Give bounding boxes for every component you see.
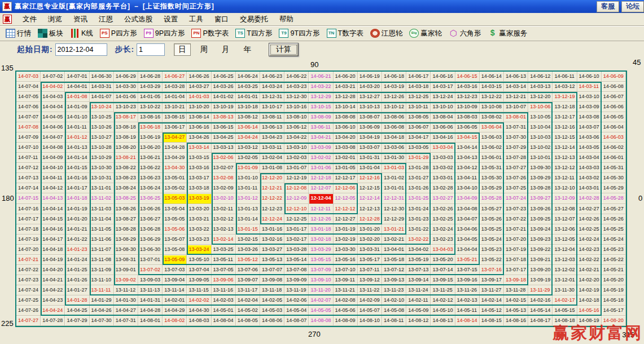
period-button-年[interactable]: 年 [239,43,256,56]
date-cell: 14-01-23 [65,245,89,255]
date-cell: 13-02-09 [212,183,236,193]
date-cell: 14-05-14 [528,306,553,316]
date-cell: 14-04-02 [41,82,65,92]
date-cell: 13-10-22 [138,102,163,112]
date-cell: 14-06-04 [602,122,626,133]
tool-T四方形[interactable]: TST四方形 [235,29,272,38]
date-cell: 14-02-23 [577,245,602,255]
tool-江恩轮[interactable]: 江恩轮 [370,29,403,38]
date-cell: 14-03-18 [406,82,431,92]
tool-T数字表[interactable]: TNT数字表 [327,29,363,38]
date-cell: 13-07-31 [504,122,528,133]
tool-行情[interactable]: 行情 [6,29,31,38]
step-label: 步长: [115,45,135,55]
date-cell: 13-11-30 [553,285,577,296]
tool-9T四方形[interactable]: T99T四方形 [279,29,319,38]
menu-item-工具[interactable]: 工具 [183,14,209,25]
date-cell: 13-01-07 [284,163,309,173]
date-cell: 14-02-21 [577,265,602,275]
date-cell: 13-06-16 [187,122,211,133]
date-cell: 14-01-10 [65,112,89,122]
date-cell: 14-02-12 [431,296,455,306]
tool-P四方形[interactable]: PSP四方形 [100,29,137,38]
menu-item-窗口[interactable]: 窗口 [209,14,234,25]
date-cell: 13-03-12 [236,143,260,153]
date-cell: 14-06-28 [138,72,163,82]
date-cell: 13-02-03 [284,153,309,163]
date-cell: 13-12-01 [553,275,577,285]
date-cell: 13-09-27 [528,193,553,204]
date-cell: 13-05-09 [163,255,187,265]
date-cell: 14-06-23 [260,72,284,82]
date-cell: 14-01-24 [65,255,89,265]
tool-板块[interactable]: 板块 [38,29,63,38]
date-cell: 14-01-22 [65,235,89,245]
date-cell: 13-12-20 [528,92,553,102]
date-cell: 13-11-08 [90,255,114,265]
date-cell: 13-06-01 [480,153,504,163]
start-date-input[interactable] [55,43,107,56]
menu-item-浏览[interactable]: 浏览 [42,14,68,25]
date-cell: 14-05-22 [602,255,626,265]
tool-赢家轮[interactable]: Big赢家轮 [409,29,442,38]
date-cell: 14-04-22 [41,285,65,296]
menu-item-交易委托[interactable]: 交易委托 [234,14,274,25]
date-cell: 13-05-11 [212,255,236,265]
date-cell: 13-12-18 [553,102,577,112]
date-cell: 14-04-11 [41,173,65,183]
menu-item-公式选股[interactable]: 公式选股 [119,14,158,25]
date-cell: 14-03-02 [577,173,602,183]
date-cell: 14-08-01 [138,316,163,326]
menu-item-设置[interactable]: 设置 [158,14,183,25]
date-cell: 12-12-15 [358,183,382,193]
forum-button[interactable]: 论坛 [621,1,644,12]
tool-9P四方形[interactable]: P99P四方形 [144,29,185,38]
date-cell: 14-01-08 [65,92,89,102]
date-cell: 13-07-19 [504,245,528,255]
date-cell: 14-06-10 [577,72,602,82]
date-cell: 14-06-18 [382,72,406,82]
date-cell: 14-02-08 [334,296,358,306]
menu-item-江恩[interactable]: 江恩 [93,14,119,25]
date-cell: 13-09-29 [528,173,553,183]
date-cell: 13-03-01 [431,173,455,183]
compute-button[interactable]: 计算 [269,43,299,56]
date-cell: 14-01-02 [212,92,236,102]
menu-item-资讯[interactable]: 资讯 [68,14,93,25]
date-cell: 14-07-22 [16,265,41,275]
date-cell: 13-08-06 [382,112,406,122]
date-cell: 14-06-24 [236,72,260,82]
menu-item-文件[interactable]: 文件 [17,14,42,25]
date-cell: 13-10-19 [212,102,236,112]
date-cell: 14-08-03 [187,316,211,326]
quotes-grid-icon [6,29,15,38]
period-button-周[interactable]: 周 [196,43,213,56]
date-cell: 13-04-02 [406,245,431,255]
date-cell: 14-04-27 [114,306,138,316]
angle-label-0: 0 [638,194,642,202]
customer-service-button[interactable]: 客服 [597,1,619,12]
date-cell: 13-11-16 [212,285,236,296]
tool-赢家服务[interactable]: $赢家服务 [488,29,527,38]
tool-P数字表[interactable]: PNP数字表 [191,29,229,38]
period-button-日[interactable]: 日 [174,43,191,56]
date-cell: 14-08-04 [212,316,236,326]
tool-六角形[interactable]: ⬡六角形 [449,29,481,38]
date-cell: 14-06-11 [553,72,577,82]
date-cell: 13-09-26 [528,204,553,214]
date-cell: 14-07-03 [16,72,41,82]
menu-item-帮助[interactable]: 帮助 [274,14,299,25]
date-cell: 14-01-25 [65,265,89,275]
date-cell: 13-12-02 [553,265,577,275]
date-cell: 13-08-16 [138,112,163,122]
step-input[interactable] [137,43,165,56]
date-cell: 14-05-06 [334,306,358,316]
date-cell: 14-02-09 [358,296,382,306]
date-cell: 13-04-14 [455,143,480,153]
date-cell: 14-06-12 [528,72,553,82]
tool-K线[interactable]: K线 [70,29,93,38]
date-cell: 13-11-21 [334,285,358,296]
date-cell: 14-05-26 [602,214,626,224]
date-cell: 14-01-07 [90,92,114,102]
period-button-月[interactable]: 月 [217,43,234,56]
